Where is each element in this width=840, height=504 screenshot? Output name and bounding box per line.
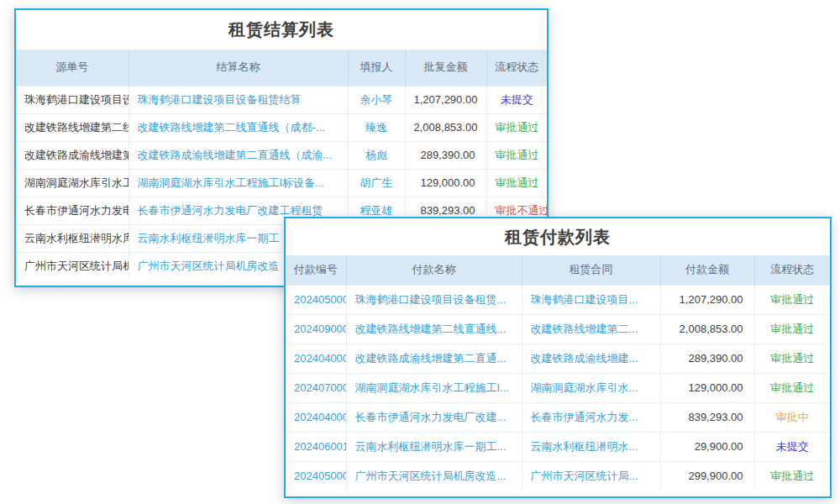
payment-no-link[interactable]: 2024070009 — [294, 381, 346, 394]
settlement-name-link[interactable]: 湖南洞庭湖水库引水工程施工I标设备... — [138, 176, 324, 189]
cell-flow-status: 审批中 — [754, 402, 830, 432]
cell-lease-contract: 云南水利枢纽潜明水... — [522, 432, 660, 461]
cell-flow-status: 审批通过 — [754, 373, 830, 402]
cell-source-no: 云南水利枢纽潜明水库一... — [16, 224, 129, 252]
lease-contract-link[interactable]: 湖南洞庭湖水库引水... — [531, 381, 638, 394]
column-header-flow-status: 流程状态 — [486, 50, 547, 86]
cell-filler: 杨彪 — [348, 141, 405, 169]
cell-flow-status: 未提交 — [486, 86, 547, 113]
cell-payment-name: 改建铁路成渝线增建第二直通... — [346, 344, 522, 373]
cell-payment-no: 2024070009 — [286, 373, 346, 402]
payment-table-body: 2024050008珠海鹤港口建设项目设备租赁...珠海鹤港口建设项目...1,… — [286, 285, 830, 491]
cell-source-no: 广州市天河区统计局机房... — [16, 252, 129, 280]
cell-flow-status: 审批通过 — [754, 285, 830, 314]
cell-source-no: 珠海鹤港口建设项目设备... — [16, 86, 129, 113]
payment-no-link[interactable]: 2024050007 — [294, 470, 346, 482]
cell-flow-status: 审批通过 — [486, 113, 547, 141]
column-header-lease-contract: 租赁合同 — [522, 255, 660, 285]
payment-name-link[interactable]: 改建铁路成渝线增建第二直通... — [355, 352, 507, 365]
cell-payment-no: 2024040006 — [286, 402, 346, 432]
table-row: 珠海鹤港口建设项目设备...珠海鹤港口建设项目设备租赁结算余小琴1,207,29… — [16, 86, 547, 113]
cell-payment-name: 湖南洞庭湖水库引水工程施工I... — [346, 373, 522, 402]
payment-table: 付款编号付款名称租赁合同付款金额流程状态 2024050008珠海鹤港口建设项目… — [286, 255, 830, 491]
column-header-settlement-name: 结算名称 — [129, 50, 348, 86]
cell-payment-amount: 839,293.00 — [660, 402, 754, 432]
cell-payment-amount: 129,000.00 — [660, 373, 754, 402]
header-row: 源单号结算名称填报人批复金额流程状态 — [16, 50, 547, 86]
cell-source-no: 改建铁路成渝线增建第二... — [16, 141, 129, 169]
cell-payment-amount: 289,390.00 — [660, 344, 754, 373]
cell-lease-contract: 广州市天河区统计局... — [522, 461, 660, 491]
table-row: 2024090003改建铁路线增建第二线直通线...改建铁路线增建第二...2,… — [286, 314, 830, 344]
cell-payment-no: 2024050008 — [286, 285, 346, 314]
payment-no-link[interactable]: 2024060010 — [294, 440, 346, 453]
cell-payment-no: 2024040007 — [286, 344, 346, 373]
filler-link[interactable]: 余小琴 — [360, 93, 393, 106]
payment-list-panel: 租赁付款列表 付款编号付款名称租赁合同付款金额流程状态 2024050008珠海… — [284, 217, 832, 498]
column-header-payment-no: 付款编号 — [286, 255, 346, 285]
cell-payment-name: 广州市天河区统计局机房改造... — [346, 461, 522, 491]
filler-link[interactable]: 臻逸 — [365, 121, 387, 134]
cell-lease-contract: 珠海鹤港口建设项目... — [522, 285, 660, 314]
cell-filler: 余小琴 — [348, 86, 405, 113]
cell-lease-contract: 改建铁路线增建第二... — [522, 314, 660, 344]
table-row: 2024060010云南水利枢纽潜明水库一期工...云南水利枢纽潜明水...29… — [286, 432, 830, 461]
column-header-payment-name: 付款名称 — [346, 255, 522, 285]
filler-link[interactable]: 杨彪 — [365, 149, 387, 161]
column-header-approved-amount: 批复金额 — [405, 50, 486, 86]
payment-name-link[interactable]: 改建铁路线增建第二线直通线... — [355, 323, 507, 335]
settlement-name-link[interactable]: 广州市天河区统计局机房改造 — [138, 260, 280, 272]
table-row: 改建铁路成渝线增建第二...改建铁路成渝线增建第二直通线（成渝...杨彪289,… — [16, 141, 547, 169]
payment-name-link[interactable]: 云南水利枢纽潜明水库一期工... — [355, 440, 507, 453]
cell-payment-amount: 2,008,853.00 — [660, 314, 754, 344]
column-header-source-no: 源单号 — [16, 50, 129, 86]
lease-contract-link[interactable]: 长春市伊通河水力发... — [531, 411, 638, 423]
payment-name-link[interactable]: 长春市伊通河水力发电厂改建... — [355, 411, 507, 423]
cell-settlement-name: 珠海鹤港口建设项目设备租赁结算 — [129, 86, 348, 113]
payment-name-link[interactable]: 珠海鹤港口建设项目设备租赁... — [355, 293, 507, 306]
lease-contract-link[interactable]: 云南水利枢纽潜明水... — [531, 440, 638, 453]
lease-contract-link[interactable]: 改建铁路成渝线增建... — [531, 352, 638, 365]
filler-link[interactable]: 胡广生 — [360, 176, 393, 189]
cell-payment-amount: 29,900.00 — [660, 432, 754, 461]
cell-payment-name: 珠海鹤港口建设项目设备租赁... — [346, 285, 522, 314]
cell-flow-status: 审批通过 — [754, 461, 830, 491]
cell-payment-name: 改建铁路线增建第二线直通线... — [346, 314, 522, 344]
cell-flow-status: 未提交 — [754, 432, 830, 461]
column-header-flow-status: 流程状态 — [754, 255, 830, 285]
payment-no-link[interactable]: 2024090003 — [294, 323, 346, 335]
cell-source-no: 长春市伊通河水力发电厂... — [16, 197, 129, 224]
settlement-name-link[interactable]: 长春市伊通河水力发电厂改建工程租赁 — [138, 204, 323, 217]
settlement-name-link[interactable]: 改建铁路线增建第二线直通线（成都-... — [138, 121, 325, 134]
cell-settlement-name: 改建铁路成渝线增建第二直通线（成渝... — [129, 141, 348, 169]
payment-no-link[interactable]: 2024050008 — [294, 293, 346, 306]
settlement-name-link[interactable]: 珠海鹤港口建设项目设备租赁结算 — [138, 93, 302, 106]
cell-flow-status: 审批通过 — [486, 141, 547, 169]
cell-payment-no: 2024090003 — [286, 314, 346, 344]
cell-payment-amount: 299,900.00 — [660, 461, 754, 491]
cell-lease-contract: 湖南洞庭湖水库引水... — [522, 373, 660, 402]
payment-name-link[interactable]: 湖南洞庭湖水库引水工程施工I... — [355, 381, 509, 394]
payment-no-link[interactable]: 2024040007 — [294, 352, 346, 365]
payment-no-link[interactable]: 2024040006 — [294, 411, 346, 423]
header-row: 付款编号付款名称租赁合同付款金额流程状态 — [286, 255, 830, 285]
cell-payment-name: 长春市伊通河水力发电厂改建... — [346, 402, 522, 432]
settlement-name-link[interactable]: 云南水利枢纽潜明水库一期工 — [138, 232, 280, 244]
settlement-name-link[interactable]: 改建铁路成渝线增建第二直通线（成渝... — [138, 149, 333, 161]
cell-source-no: 湖南洞庭湖水库引水工程... — [16, 169, 129, 197]
table-row: 2024040007改建铁路成渝线增建第二直通...改建铁路成渝线增建...28… — [286, 344, 830, 373]
lease-contract-link[interactable]: 广州市天河区统计局... — [531, 470, 638, 482]
cell-approved-amount: 1,207,290.00 — [405, 86, 486, 113]
cell-filler: 胡广生 — [348, 169, 405, 197]
payment-list-title: 租赁付款列表 — [286, 218, 830, 255]
settlement-table-head: 源单号结算名称填报人批复金额流程状态 — [16, 50, 547, 86]
filler-link[interactable]: 程亚雄 — [360, 204, 393, 217]
lease-contract-link[interactable]: 珠海鹤港口建设项目... — [531, 293, 638, 306]
cell-approved-amount: 129,000.00 — [405, 169, 486, 197]
cell-approved-amount: 289,390.00 — [405, 141, 486, 169]
lease-contract-link[interactable]: 改建铁路线增建第二... — [531, 323, 638, 335]
settlement-list-title: 租赁结算列表 — [16, 10, 547, 50]
cell-settlement-name: 湖南洞庭湖水库引水工程施工I标设备... — [129, 169, 348, 197]
payment-name-link[interactable]: 广州市天河区统计局机房改造... — [355, 470, 507, 482]
cell-flow-status: 审批通过 — [754, 344, 830, 373]
